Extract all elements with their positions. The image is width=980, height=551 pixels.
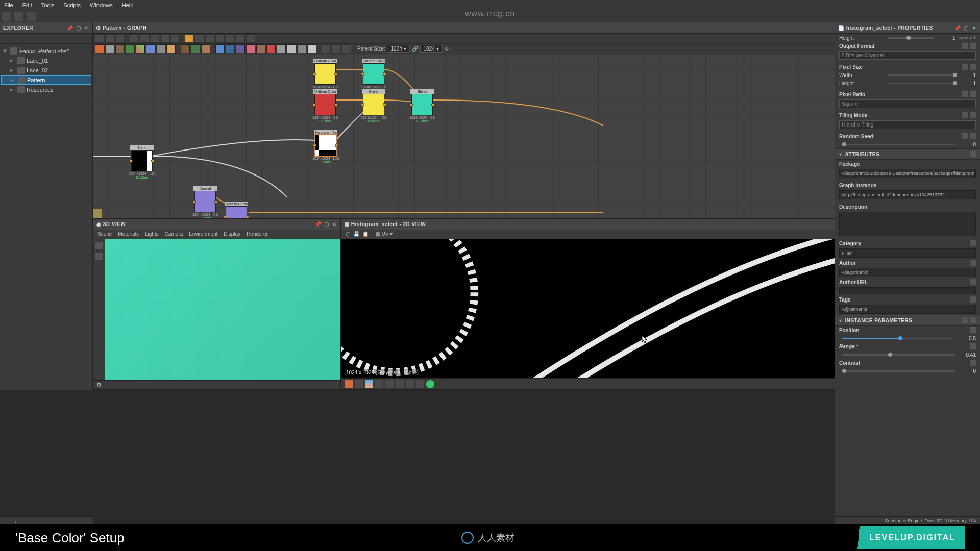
node-icon[interactable] [215, 44, 225, 53]
contrast-slider[interactable] [842, 370, 954, 372]
folder-icon[interactable] [970, 151, 976, 157]
snap-icon[interactable] [160, 34, 169, 43]
menu-environment[interactable]: Environment [189, 231, 217, 238]
node-icon[interactable] [191, 44, 200, 53]
expose-icon[interactable] [970, 296, 976, 303]
graph-node-hist[interactable]: Histogram Select1024x1024 - L162.5ms [312, 131, 339, 164]
terminal-icon[interactable] [4, 518, 11, 524]
graph-node-ncomb[interactable]: Normal Combine [225, 202, 248, 218]
expose-icon[interactable] [970, 260, 976, 266]
node-output-port[interactable] [246, 215, 249, 219]
node-icon[interactable] [266, 44, 276, 53]
layers-icon[interactable] [345, 380, 353, 388]
tree-item-lace01[interactable]: ▸ Lace_01 [1, 56, 91, 65]
close-icon[interactable]: ✕ [331, 221, 337, 228]
reset-icon[interactable] [970, 43, 976, 49]
select-icon[interactable] [246, 34, 255, 43]
options-icon[interactable]: ⚙ [96, 382, 102, 388]
menu-file[interactable]: File [4, 2, 13, 8]
node-input-port[interactable] [361, 72, 364, 76]
info-icon[interactable] [396, 380, 404, 388]
attributes-section[interactable]: ▾ ATTRIBUTES [835, 148, 980, 160]
link-icon[interactable] [195, 34, 204, 43]
reset-icon[interactable] [970, 343, 976, 349]
node-input-port[interactable] [361, 103, 364, 107]
pin-node-icon[interactable] [342, 44, 351, 53]
parent-height-combo[interactable]: 1024 ▾ [420, 45, 443, 53]
graph-node-uc_y1[interactable]: Uniform Color1024x1024 - C80.16ms [312, 59, 338, 92]
undo-icon[interactable] [205, 34, 214, 43]
sort-icon[interactable] [34, 35, 41, 42]
node-icon[interactable] [297, 44, 306, 53]
expose-icon[interactable] [962, 133, 968, 139]
node-icon[interactable] [105, 44, 114, 53]
node-output-port[interactable] [431, 103, 435, 107]
menu-scripts[interactable]: Scripts [63, 2, 81, 8]
menu-windows[interactable]: Windows [90, 2, 113, 8]
menu-materials[interactable]: Materials [118, 231, 139, 238]
menu-camera[interactable]: Camera [165, 231, 183, 238]
new-icon[interactable] [3, 35, 10, 42]
globe-button[interactable] [27, 12, 36, 21]
position-slider[interactable] [842, 338, 954, 339]
frame-icon[interactable] [332, 44, 341, 53]
node-input-port[interactable] [224, 215, 227, 219]
pixel-icon[interactable] [416, 380, 424, 388]
link-icon[interactable]: 🔗 [412, 46, 418, 52]
link-icon[interactable] [23, 35, 31, 42]
menu-help[interactable]: Help [122, 2, 134, 8]
redo-icon[interactable] [215, 34, 225, 43]
parent-width-combo[interactable]: 1024 ▾ [387, 45, 409, 53]
info-icon[interactable]: i [15, 518, 22, 524]
tree-item-pattern[interactable]: ▸ Pattern [1, 75, 91, 85]
graph-node-blend2[interactable]: Blend1024x1024 - C80.34ms [409, 90, 435, 123]
node-output-port[interactable] [214, 200, 218, 204]
node-icon[interactable] [126, 44, 135, 53]
color-icon[interactable] [426, 380, 434, 388]
tree-root[interactable]: ▾ Fabric_Pattern.sbs* [1, 46, 91, 56]
atomic-node-icon[interactable] [95, 44, 104, 53]
pin-icon[interactable]: 📌 [315, 221, 321, 228]
reset-icon[interactable] [970, 133, 976, 139]
instance-params-section[interactable]: ▾ INSTANCE PARAMETERS [835, 315, 980, 326]
node-icon[interactable] [226, 44, 235, 53]
node-output-port[interactable] [334, 103, 338, 107]
paste-icon[interactable] [236, 34, 245, 43]
gradient-icon[interactable] [365, 380, 373, 388]
node-input-port[interactable] [409, 103, 413, 107]
node-icon[interactable] [277, 44, 286, 53]
save-icon[interactable]: 💾 [353, 231, 359, 238]
tree-item-lace02[interactable]: ▸ Lace_02 [1, 65, 91, 75]
random-seed-slider[interactable] [842, 144, 954, 145]
graph-node-uc_t1[interactable]: Uniform Color1024x1024 - C8 [361, 59, 386, 89]
align-icon[interactable] [150, 34, 159, 43]
info-icon[interactable] [130, 34, 139, 43]
maximize-icon[interactable]: ▢ [323, 221, 329, 228]
gizmo-icon[interactable] [95, 253, 103, 260]
reset-icon[interactable]: ↻ [445, 46, 449, 52]
view3d-viewport[interactable] [105, 239, 340, 380]
globe-icon[interactable] [185, 34, 194, 43]
output-format-dropdown[interactable]: 8 Bits per Channel [839, 51, 976, 60]
pin-icon[interactable]: 📌 [954, 25, 961, 31]
node-icon[interactable] [236, 44, 245, 53]
node-input-port[interactable] [312, 103, 316, 107]
graph-node-uc_r[interactable]: Uniform Color1024x1024 - C80.07ms [312, 90, 338, 123]
paste-icon[interactable] [970, 317, 976, 323]
histogram-icon[interactable] [406, 380, 414, 388]
uv-toggle[interactable]: ▦ UV ▾ [376, 231, 393, 238]
menu-lights[interactable]: Lights [145, 231, 159, 238]
tree-item-resources[interactable]: ▸ Resources [1, 85, 91, 94]
reset-icon[interactable] [970, 112, 976, 118]
reset-icon[interactable] [970, 327, 976, 333]
height-slider[interactable] [888, 37, 934, 39]
snapshot-icon[interactable] [115, 34, 125, 43]
width-slider[interactable] [888, 74, 954, 76]
node-icon[interactable] [246, 44, 255, 53]
tiling-mode-dropdown[interactable]: H and V Tiling [839, 120, 976, 129]
author-url-value[interactable] [839, 287, 976, 294]
node-icon[interactable] [201, 44, 210, 53]
node-icon[interactable] [115, 44, 125, 53]
cut-icon[interactable] [226, 34, 235, 43]
move-icon[interactable] [105, 34, 114, 43]
